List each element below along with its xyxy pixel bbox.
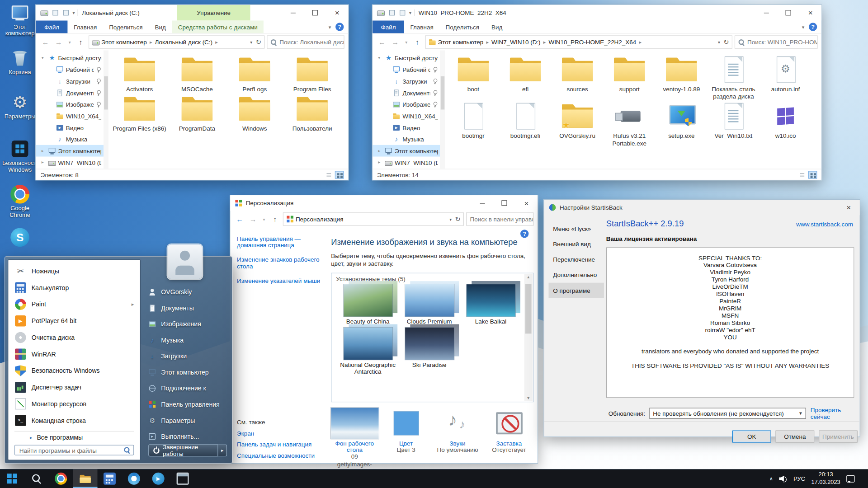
file-item[interactable]: Program Files (x86) xyxy=(111,95,168,132)
ribbon-tab[interactable]: Главная xyxy=(67,20,103,33)
tab-file[interactable]: Файл xyxy=(36,20,68,33)
file-item[interactable]: w10.ico xyxy=(760,103,811,147)
help-icon[interactable]: ? xyxy=(520,230,528,238)
refresh-icon[interactable]: ↻ xyxy=(723,38,729,46)
file-item[interactable]: Windows xyxy=(226,95,283,132)
maximize-button[interactable] xyxy=(777,5,799,20)
titlebar[interactable]: ▾ WIN10_PRO-HOME_22H2_X64 xyxy=(373,5,821,20)
ribbon-expand-chevron-icon[interactable]: ▾ xyxy=(797,20,809,33)
file-item[interactable]: efi xyxy=(499,56,551,100)
ribbon-tab[interactable]: Вид xyxy=(149,20,172,33)
theme-item[interactable]: Clouds Premium xyxy=(399,284,460,325)
recent-locations-chevron-icon[interactable]: ▾ xyxy=(66,40,73,45)
start-menu-program[interactable]: Безопасность Windows ▸ xyxy=(10,362,138,379)
file-item[interactable]: Ver_Win10.txt xyxy=(708,103,760,147)
expand-chevron-icon[interactable]: ▸ xyxy=(39,160,46,165)
cancel-button[interactable]: Отмена xyxy=(776,430,815,442)
address-dropdown-chevron-icon[interactable]: ▾ xyxy=(718,40,720,45)
start-menu-place[interactable]: Выполнить... xyxy=(148,428,227,445)
qat-customize-chevron-icon[interactable]: ▾ xyxy=(409,10,411,15)
sidebar-item[interactable]: Изображени... xyxy=(373,99,440,110)
personalization-setting[interactable]: Фон рабочего стола 09 gettyimages-61442.… xyxy=(329,407,380,476)
titlebar[interactable]: Настройки StartIsBack xyxy=(544,200,860,215)
setting-label[interactable]: Фон рабочего стола xyxy=(329,440,380,453)
up-button[interactable]: ↑ xyxy=(269,215,280,223)
search-box[interactable]: Поиск: Локальный диск (... xyxy=(267,35,344,48)
sidebar-item[interactable]: ▸ WIN7_WIN10 (D:) xyxy=(36,157,104,169)
action-center-icon[interactable] xyxy=(846,475,854,482)
file-item[interactable]: setup.exe xyxy=(656,103,708,147)
start-menu-program[interactable]: Ножницы ▸ xyxy=(10,263,138,280)
file-item[interactable]: ventoy-1.0.89 xyxy=(656,56,708,100)
help-icon[interactable]: ? xyxy=(809,23,817,31)
all-programs-button[interactable]: ▸ Все программы xyxy=(10,432,138,442)
see-also-link[interactable]: Панель задач и навигация xyxy=(237,441,326,448)
qat-new-folder-icon[interactable] xyxy=(399,9,406,17)
sidebar-item[interactable]: Рабочий сто... xyxy=(373,64,440,75)
breadcrumb-segment[interactable]: Этот компьютер xyxy=(438,39,484,46)
desktop-icon[interactable]: Безопасность Windows xyxy=(2,140,38,173)
expand-chevron-icon[interactable]: ▾ xyxy=(39,55,46,60)
file-item[interactable]: Program Files xyxy=(283,56,341,93)
start-menu-place[interactable]: Подключение к xyxy=(148,380,227,396)
expand-chevron-icon[interactable]: ▸ xyxy=(376,160,382,165)
large-icons-view-button[interactable] xyxy=(808,171,817,178)
breadcrumb-segment[interactable]: Персонализация xyxy=(296,216,344,223)
desktop-icon[interactable]: Параметры xyxy=(2,93,38,120)
file-item[interactable]: MSOCache xyxy=(168,56,226,93)
task-link[interactable]: Изменение значков рабочего стола xyxy=(237,256,323,269)
sidebar-item[interactable]: ▸ Этот компьютер xyxy=(373,145,440,157)
start-menu-place[interactable]: Параметры xyxy=(148,412,227,428)
file-item[interactable]: Rufus v3.21 Portable.exe xyxy=(604,103,656,147)
minimize-button[interactable] xyxy=(755,5,777,20)
qat-customize-chevron-icon[interactable]: ▾ xyxy=(72,10,75,15)
close-button[interactable] xyxy=(515,195,538,211)
file-item[interactable]: support xyxy=(604,56,656,100)
expand-chevron-icon[interactable]: ▸ xyxy=(376,148,382,153)
navigation-scrollbar[interactable] xyxy=(440,50,445,169)
details-view-button[interactable] xyxy=(797,171,807,178)
breadcrumb-segment[interactable]: Этот компьютер xyxy=(101,39,147,46)
file-item[interactable]: boot xyxy=(447,56,499,100)
ribbon-tab[interactable]: Поделиться xyxy=(103,20,149,33)
file-item[interactable]: OVGorskiy.ru xyxy=(552,103,604,147)
maximize-button[interactable] xyxy=(304,5,326,20)
qat-properties-icon[interactable] xyxy=(388,9,396,17)
file-item[interactable]: Показать стиль раздела диска xyxy=(708,56,760,100)
calculator-icon[interactable] xyxy=(98,469,122,488)
theme-item[interactable]: Beauty of China xyxy=(337,284,399,325)
file-item[interactable]: ProgramData xyxy=(168,95,226,132)
setting-label[interactable]: Звуки xyxy=(432,440,483,446)
details-view-button[interactable] xyxy=(325,171,334,178)
close-button[interactable] xyxy=(838,200,860,215)
themes-scrollbar[interactable]: ▲▼ xyxy=(524,274,533,401)
settings-nav-item[interactable]: Переключение xyxy=(548,252,604,267)
ribbon-tab[interactable]: Поделиться xyxy=(439,20,485,33)
forward-button[interactable]: → xyxy=(390,38,401,46)
qat-new-folder-icon[interactable] xyxy=(62,9,70,17)
ribbon-tab[interactable]: Главная xyxy=(404,20,439,33)
ribbon-expand-chevron-icon[interactable]: ▾ xyxy=(324,20,335,33)
start-icon[interactable] xyxy=(0,469,24,488)
search-icon[interactable] xyxy=(124,447,130,453)
desktop-icon[interactable] xyxy=(2,228,38,248)
large-icons-view-button[interactable] xyxy=(335,171,344,178)
sidebar-item[interactable]: Рабочий сто... xyxy=(36,64,104,75)
website-link[interactable]: www.startisback.com xyxy=(796,221,853,228)
titlebar[interactable]: Персонализация xyxy=(230,195,538,211)
expand-chevron-icon[interactable]: ▸ xyxy=(39,148,46,153)
start-menu-place[interactable]: Этот компьютер xyxy=(148,364,227,380)
address-dropdown-chevron-icon[interactable]: ▾ xyxy=(250,40,252,45)
language-indicator[interactable]: РУС xyxy=(793,475,805,482)
start-menu-program[interactable]: Очистка диска ▸ xyxy=(10,329,138,346)
start-menu-program[interactable]: Монитор ресурсов ▸ xyxy=(10,396,138,413)
sidebar-item[interactable]: Изображени... xyxy=(36,99,104,110)
help-icon[interactable]: ? xyxy=(335,23,344,31)
start-menu-place[interactable]: Документы xyxy=(148,300,227,316)
task-link[interactable]: Изменение указателей мыши xyxy=(237,277,323,284)
forward-button[interactable]: → xyxy=(247,215,258,223)
address-bar[interactable]: Персонализация ▾ ↻ xyxy=(283,212,464,225)
file-item[interactable]: sources xyxy=(552,56,604,100)
sidebar-item[interactable]: Загрузки xyxy=(36,75,104,87)
sidebar-item[interactable]: Музыка xyxy=(36,133,104,145)
